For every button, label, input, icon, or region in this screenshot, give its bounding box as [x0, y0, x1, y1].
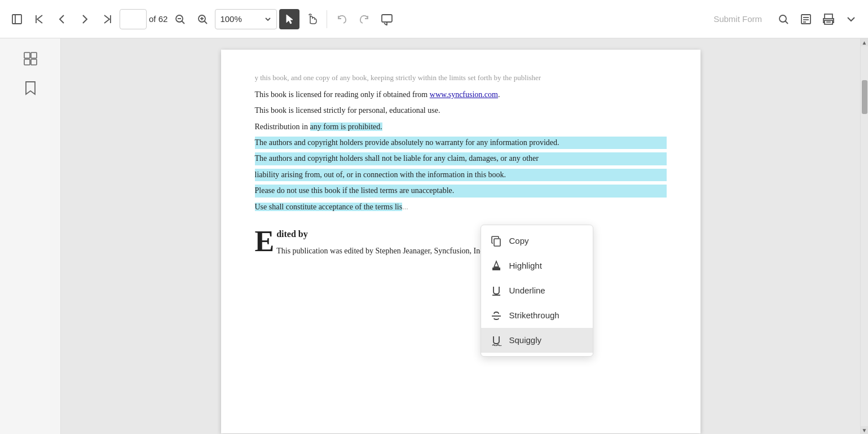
zoom-out-button[interactable] — [170, 9, 190, 29]
edited-by-label: dited by — [276, 229, 308, 239]
comment-icon — [381, 13, 393, 25]
pdf-viewer[interactable]: y this book, and one copy of any book, k… — [61, 38, 860, 434]
underline-icon — [490, 284, 503, 297]
edit-button[interactable] — [796, 9, 816, 29]
redo-button[interactable] — [354, 9, 374, 29]
edited-by-section: E dited by This publication was edited b… — [255, 227, 667, 257]
left-sidebar — [0, 38, 61, 434]
scroll-track[interactable] — [861, 46, 869, 426]
pdf-page: y this book, and one copy of any book, k… — [221, 50, 700, 433]
context-menu-copy[interactable]: Copy — [481, 229, 593, 253]
svg-rect-19 — [825, 14, 832, 19]
highlight-icon — [490, 260, 503, 272]
context-menu: Copy Highlight — [481, 225, 593, 357]
license-line-2: This book is licensed strictly for perso… — [255, 104, 667, 117]
print-icon — [822, 13, 835, 25]
svg-rect-28 — [492, 268, 500, 270]
cursor-icon — [284, 14, 295, 25]
please-text: Please do not use this book if the liste… — [255, 185, 667, 197]
comment-button[interactable] — [377, 9, 397, 29]
liability-text-1: The authors and copyright holders shall … — [255, 152, 667, 165]
strikethrough-icon — [490, 309, 503, 322]
first-page-button[interactable] — [29, 9, 50, 29]
strikethrough-label: Strikethrough — [509, 309, 559, 322]
svg-line-8 — [205, 21, 208, 24]
main-area: y this book, and one copy of any book, k… — [0, 38, 868, 434]
more-button[interactable] — [841, 9, 861, 29]
scroll-thumb[interactable] — [862, 80, 867, 114]
svg-rect-26 — [31, 59, 37, 65]
print-button[interactable] — [818, 9, 839, 29]
use-text: Use shall constitute acceptance of the t… — [255, 203, 403, 211]
warranty-text: The authors and copyright holders provid… — [255, 137, 667, 149]
sidebar-toggle-button[interactable] — [7, 9, 27, 29]
svg-rect-27 — [494, 239, 500, 246]
syncfusion-link-1[interactable]: www.syncfusion.com — [430, 90, 498, 99]
underline-label: Underline — [509, 284, 545, 297]
context-menu-strikethrough[interactable]: Strikethrough — [481, 303, 593, 328]
warranty-line: The authors and copyright holders provid… — [255, 137, 667, 149]
last-page-button[interactable] — [97, 9, 117, 29]
please-line: Please do not use this book if the liste… — [255, 185, 667, 197]
copy-label: Copy — [509, 234, 529, 248]
context-menu-highlight[interactable]: Highlight — [481, 253, 593, 278]
clipped-text: y this book, and one copy of any book, k… — [255, 72, 667, 84]
liability-line-1: The authors and copyright holders shall … — [255, 152, 667, 165]
cursor-tool-button[interactable] — [279, 9, 299, 29]
license-text-1: This book is licensed for reading only i… — [255, 90, 430, 99]
redistribution-text: Redistribution in — [255, 122, 310, 131]
hand-tool-button[interactable] — [302, 9, 322, 29]
svg-rect-23 — [24, 52, 30, 58]
undo-icon — [336, 14, 347, 25]
svg-line-5 — [182, 21, 185, 24]
edited-by-role: anager, Syncfusion, Inc. — [409, 247, 486, 255]
svg-rect-12 — [382, 15, 392, 22]
sidebar-thumbnail-icon[interactable] — [19, 47, 42, 70]
page-navigation: 3 of 62 — [120, 9, 168, 29]
edited-by-text: This publication was edited by Stephen J… — [255, 245, 667, 257]
page-number-input[interactable]: 3 — [120, 9, 147, 29]
next-page-button[interactable] — [74, 9, 95, 29]
svg-rect-24 — [31, 52, 37, 58]
liability-text-2: liability arising from, out of, or in co… — [255, 169, 667, 181]
squiggly-icon — [490, 334, 503, 347]
big-E-letter: E — [255, 227, 275, 256]
more-icon — [846, 14, 856, 24]
edited-by-title: E dited by — [255, 227, 667, 242]
redo-icon — [359, 14, 370, 25]
submit-form-button[interactable]: Submit Form — [704, 9, 771, 29]
sidebar-bookmark-icon[interactable] — [19, 77, 42, 99]
svg-point-13 — [779, 15, 786, 22]
svg-rect-0 — [12, 15, 21, 24]
context-menu-squiggly[interactable]: Squiggly — [481, 328, 593, 353]
squiggly-label: Squiggly — [509, 334, 542, 347]
copy-icon — [490, 235, 503, 247]
svg-line-14 — [786, 21, 788, 24]
scroll-up-arrow[interactable]: ▲ — [861, 38, 869, 46]
redistribution-highlight: any form is prohibited. — [310, 122, 382, 131]
search-button[interactable] — [773, 9, 794, 29]
zoom-dropdown[interactable]: 100% — [215, 9, 277, 29]
undo-button[interactable] — [332, 9, 352, 29]
edited-by-description: This publication was edited by Stephen J… — [276, 247, 409, 255]
redistribution-line: Redistribution in any form is prohibited… — [255, 121, 667, 133]
zoom-value: 100% — [220, 14, 241, 24]
license-line-1: This book is licensed for reading only i… — [255, 89, 667, 101]
hand-icon — [306, 13, 318, 25]
highlight-label: Highlight — [509, 259, 542, 273]
use-text-partial: ... — [402, 203, 408, 211]
prev-page-button[interactable] — [52, 9, 72, 29]
edit-icon — [800, 14, 812, 25]
zoom-chevron-icon — [264, 15, 272, 23]
scrollbar: ▲ ▼ — [860, 38, 868, 434]
page-total: of 62 — [149, 14, 168, 24]
search-icon — [778, 14, 789, 25]
zoom-in-button[interactable] — [192, 9, 213, 29]
use-line: Use shall constitute acceptance of the t… — [255, 201, 667, 213]
liability-line-2: liability arising from, out of, or in co… — [255, 169, 667, 181]
context-menu-underline[interactable]: Underline — [481, 278, 593, 303]
svg-rect-25 — [24, 59, 30, 65]
scroll-down-arrow[interactable]: ▼ — [861, 426, 869, 434]
toolbar: 3 of 62 100% — [0, 0, 868, 38]
